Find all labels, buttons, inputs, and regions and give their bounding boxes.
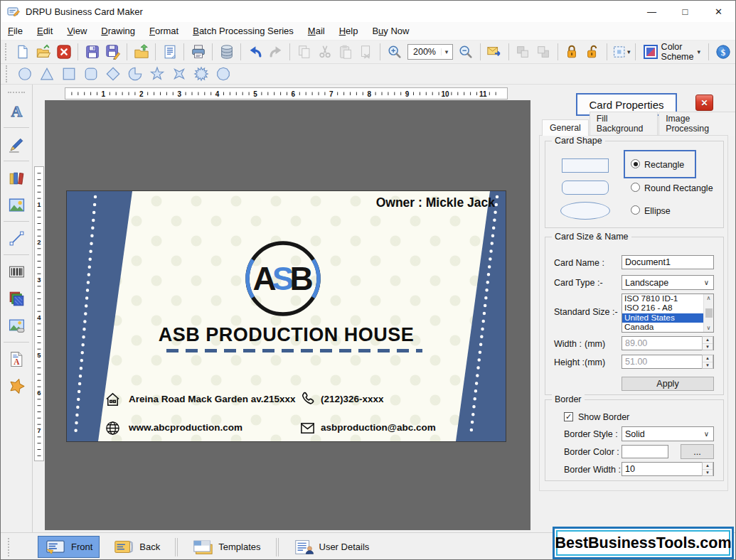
spin-down-icon[interactable]: ▼ <box>703 470 713 476</box>
panel-close-button[interactable]: ✕ <box>695 95 713 111</box>
burst-shape-icon[interactable] <box>192 65 210 83</box>
width-spinner[interactable]: ▲▼ <box>702 336 713 350</box>
radio-ellipse[interactable] <box>631 205 640 215</box>
border-width-input[interactable] <box>625 464 700 474</box>
cut-icon[interactable] <box>315 43 334 62</box>
spin-up-icon[interactable]: ▲ <box>703 463 713 470</box>
standard-size-option-canada[interactable]: Canada <box>622 323 703 332</box>
address-text[interactable]: Areina Road Mack Garden av.215xxx <box>129 394 296 404</box>
menu-item-batch-processing-series[interactable]: Batch Processing Series <box>186 23 301 39</box>
bring-front-icon[interactable] <box>513 43 533 62</box>
redo-icon[interactable] <box>266 43 285 62</box>
mail-icon[interactable] <box>485 43 504 62</box>
design-canvas[interactable]: Owner : Mickle Jack A S B ASB PRODUCTION… <box>45 100 530 530</box>
unlock-icon[interactable] <box>583 43 602 62</box>
border-color-picker-button[interactable]: ... <box>681 444 714 459</box>
zoom-in-icon[interactable] <box>385 43 404 62</box>
color-scheme-button[interactable]: Color Scheme▾ <box>640 41 704 63</box>
print-icon[interactable] <box>188 43 208 62</box>
barcode-tool-icon[interactable] <box>6 261 27 282</box>
spin-down-icon[interactable]: ▼ <box>703 344 713 350</box>
spin-up-icon[interactable]: ▲ <box>703 337 713 344</box>
caret-down-icon[interactable]: ▾ <box>627 48 631 55</box>
caret-down-icon[interactable]: ▾ <box>441 48 452 55</box>
back-button[interactable]: Back <box>106 536 167 558</box>
clipart-tool-icon[interactable] <box>6 167 27 188</box>
radio-ellipse-label[interactable]: Ellipse <box>644 206 671 216</box>
database-icon[interactable] <box>217 43 236 62</box>
pen-tool-icon[interactable] <box>6 134 27 155</box>
shape-tool-icon[interactable] <box>6 375 27 397</box>
new-icon[interactable] <box>13 43 32 62</box>
border-style-combo[interactable]: Solid∨ <box>622 426 714 441</box>
notes-icon[interactable] <box>160 43 179 62</box>
standard-size-list[interactable]: ISO 7810 ID-1ISO 216 - A8United StatesCa… <box>622 294 714 333</box>
card-name-input[interactable] <box>625 257 710 267</box>
line-tool-icon[interactable] <box>6 227 27 249</box>
save-as-icon[interactable] <box>103 43 122 62</box>
buy-dollar-icon[interactable]: $ <box>713 43 732 62</box>
menu-item-buy-now[interactable]: Buy Now <box>365 23 416 39</box>
watermark-tool-icon[interactable] <box>6 315 27 336</box>
save-icon[interactable] <box>82 43 102 62</box>
ellipse-shape-icon[interactable] <box>16 65 34 83</box>
scroll-up-icon[interactable]: ∧ <box>707 295 711 301</box>
width-field[interactable]: ▲▼ <box>622 336 714 350</box>
paste-icon[interactable] <box>336 43 355 62</box>
standard-size-option-iso-7810-id-1[interactable]: ISO 7810 ID-1 <box>622 294 703 303</box>
four-point-star-shape-icon[interactable] <box>170 65 188 83</box>
polygon-shape-icon[interactable] <box>214 65 233 83</box>
star-shape-icon[interactable] <box>148 65 166 83</box>
image-tool-icon[interactable] <box>6 194 27 215</box>
border-width-spinner[interactable]: ▲▼ <box>702 462 713 476</box>
text-tool-icon[interactable]: A <box>6 100 27 122</box>
caret-down-icon[interactable]: ▾ <box>697 48 700 55</box>
apply-button[interactable]: Apply <box>622 377 714 391</box>
menu-item-help[interactable]: Help <box>332 23 366 39</box>
select-area-icon[interactable]: ▾ <box>612 43 631 62</box>
spin-down-icon[interactable]: ▼ <box>703 362 713 369</box>
front-button[interactable]: Front <box>38 536 100 558</box>
menu-item-mail[interactable]: Mail <box>301 23 332 39</box>
rectangle-shape-icon[interactable] <box>60 65 78 83</box>
close-button[interactable]: ✕ <box>702 1 735 22</box>
tab-fill-background[interactable]: Fill Background <box>590 112 658 136</box>
spin-up-icon[interactable]: ▲ <box>703 355 713 362</box>
business-card[interactable]: Owner : Mickle Jack A S B ASB PRODUCTION… <box>67 191 506 441</box>
email-text[interactable]: asbproduction@abc.com <box>321 422 436 433</box>
radio-round-rectangle-label[interactable]: Round Rectangle <box>644 183 713 193</box>
close-file-icon[interactable] <box>54 43 73 62</box>
border-width-field[interactable]: ▲▼ <box>622 462 714 476</box>
radio-round-rectangle[interactable] <box>631 183 640 192</box>
company-name-text[interactable]: ASB PRODUCTION HOUSE <box>67 324 506 346</box>
open-icon[interactable] <box>33 43 53 62</box>
pie-shape-icon[interactable] <box>126 65 144 83</box>
copy-icon[interactable] <box>294 43 314 62</box>
show-border-label[interactable]: Show Border <box>578 412 629 422</box>
tab-general[interactable]: General <box>542 119 589 136</box>
radio-rectangle-label[interactable]: Rectangle <box>644 160 684 170</box>
list-scrollbar[interactable]: ∧ ∨ <box>703 294 713 332</box>
company-logo[interactable]: A S B <box>240 236 326 321</box>
maximize-button[interactable]: □ <box>668 1 702 22</box>
width-input[interactable] <box>625 338 700 348</box>
menu-item-file[interactable]: File <box>1 23 30 39</box>
standard-size-option-united-states[interactable]: United States <box>622 313 703 323</box>
height-spinner[interactable]: ▲▼ <box>702 355 713 369</box>
chevron-down-icon[interactable]: ∨ <box>704 430 710 438</box>
scrollbar-thumb[interactable] <box>705 308 713 318</box>
height-field[interactable]: ▲▼ <box>622 355 714 369</box>
height-input[interactable] <box>625 357 700 367</box>
card-owner-text[interactable]: Owner : Mickle Jack <box>376 195 495 210</box>
standard-size-option-iso-216-a8[interactable]: ISO 216 - A8 <box>622 303 703 313</box>
website-text[interactable]: www.abcproduction.com <box>129 422 242 433</box>
scroll-down-icon[interactable]: ∨ <box>707 325 711 331</box>
menu-item-view[interactable]: View <box>60 23 94 39</box>
radio-rectangle[interactable] <box>631 159 640 168</box>
lock-icon[interactable] <box>562 43 582 62</box>
rounded-rectangle-shape-icon[interactable] <box>82 65 100 83</box>
user-details-button[interactable]: User Details <box>286 536 377 558</box>
border-color-swatch[interactable] <box>622 445 668 458</box>
menu-item-drawing[interactable]: Drawing <box>94 23 142 39</box>
tab-image-processing[interactable]: Image Processing <box>658 112 736 136</box>
